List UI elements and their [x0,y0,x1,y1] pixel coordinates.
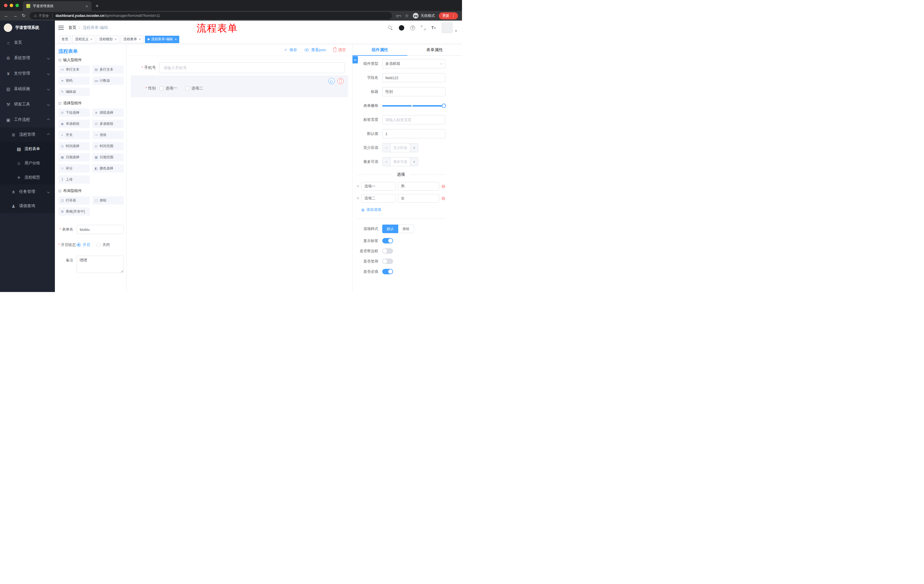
new-tab-button[interactable] [96,3,99,8]
panel-handle[interactable] [353,56,358,63]
remark-textarea[interactable]: 嘿嘿 [77,256,124,273]
palette-item-select[interactable]: 下拉选择 [58,109,90,117]
reload-icon[interactable] [22,13,25,18]
sidebar-item-task-manage[interactable]: 任务管理 [0,184,55,199]
required-toggle[interactable] [382,269,393,274]
remove-option-icon[interactable] [441,196,446,201]
palette-item-slider[interactable]: 滑块 [92,131,124,139]
palette-item-color-picker[interactable]: 颜色选择 [92,164,124,173]
sidebar-item-infrastructure[interactable]: 基础设施 [0,81,55,97]
breadcrumb-home[interactable]: 首页 [68,25,76,30]
copy-component-button[interactable] [328,78,335,84]
palette-item-switch[interactable]: 开关 [58,131,90,139]
close-icon[interactable] [139,38,141,41]
sidebar-item-user-group[interactable]: 用户分组 [0,156,55,170]
default-value-input[interactable] [382,129,446,138]
sidebar-item-leave-query[interactable]: 请假查询 [0,199,55,213]
option-style-button-button[interactable]: 按钮 [398,225,414,233]
fullscreen-icon[interactable] [421,26,426,30]
status-on-radio[interactable]: 开启 [77,240,90,249]
palette-item-multi-line-text[interactable]: 多行文本 [92,66,124,74]
close-icon[interactable] [90,38,92,41]
option-value-input[interactable] [398,182,439,191]
border-toggle[interactable] [382,248,393,254]
phone-input[interactable] [159,62,345,73]
password-key-icon[interactable] [396,14,401,17]
gender-option1-checkbox[interactable]: 选项一 [159,84,177,92]
palette-item-single-line-text[interactable]: 单行文本 [58,66,90,74]
status-off-radio[interactable]: 关闭 [96,240,110,249]
decrease-button[interactable] [383,143,391,152]
gender-option2-checkbox[interactable]: 选项二 [185,84,203,92]
palette-item-time-range[interactable]: 时间范围 [92,142,124,150]
minimize-window-button[interactable] [10,4,13,7]
increase-button[interactable] [410,158,418,166]
disabled-toggle[interactable] [382,258,393,264]
avatar[interactable] [442,22,452,33]
sidebar-item-process-model[interactable]: 流程模型 [0,170,55,184]
clear-button[interactable]: 清空 [333,48,346,53]
palette-item-button[interactable]: 按钮 [92,196,124,204]
update-button[interactable]: 更新 [439,12,458,20]
palette-item-rate[interactable]: 评分 [58,164,90,173]
field-name-input[interactable] [382,73,446,82]
view-json-button[interactable]: 查看json [304,48,326,53]
palette-item-checkbox-group[interactable]: 多选框组 [92,120,124,128]
palette-item-date-range[interactable]: 日期范围 [92,153,124,161]
palette-item-counter[interactable]: 计数器 [92,77,124,85]
github-icon[interactable] [399,25,404,31]
phone-field[interactable]: 手机号 [130,62,348,73]
sidebar-item-process-form[interactable]: 流程表单 [0,142,55,156]
zoom-window-button[interactable] [15,4,19,7]
chevron-down-icon[interactable] [455,29,457,33]
close-window-button[interactable] [4,4,7,7]
palette-item-editor[interactable]: 编辑器 [58,88,90,96]
forward-icon[interactable] [13,13,17,18]
option-label-input[interactable] [361,182,396,191]
show-label-toggle[interactable] [382,238,393,243]
sidebar-item-workflow[interactable]: 工作流程 [0,112,55,127]
kebab-menu-icon[interactable] [452,14,455,18]
remove-option-icon[interactable] [441,184,446,189]
title-input[interactable] [382,87,446,96]
tag-process-form-edit[interactable]: 流程表单-编辑 [145,36,180,43]
label-width-input[interactable] [382,115,446,124]
form-name-input[interactable] [77,225,124,234]
add-option-button[interactable]: 添加选项 [361,207,381,212]
close-icon[interactable] [115,38,117,41]
option-style-default-button[interactable]: 默认 [382,225,398,233]
search-icon[interactable] [388,25,393,30]
component-type-select[interactable]: 多选框组 [382,59,446,68]
sidebar-item-dev-tools[interactable]: 研发工具 [0,97,55,112]
selected-component-gender[interactable]: 性别 选项一 选项二 [130,76,348,97]
tag-process-definition[interactable]: 流程定义 [72,36,95,43]
tag-process-form[interactable]: 流程表单 [120,36,144,43]
tab-form-props[interactable]: 表单属性 [408,44,462,56]
palette-item-date-picker[interactable]: 日期选择 [58,153,90,161]
palette-item-table[interactable]: 表格[开发中] [58,207,90,216]
browser-tab[interactable]: 芋道管理系统 [23,1,91,11]
font-size-icon[interactable] [431,26,436,30]
palette-item-password[interactable]: 密码 [58,77,90,85]
tab-component-props[interactable]: 组件属性 [353,44,408,56]
tag-process-model[interactable]: 流程模型 [97,36,119,43]
palette-item-row-container[interactable]: 行容器 [58,196,90,204]
palette-item-time-picker[interactable]: 时间选择 [58,142,90,150]
back-icon[interactable] [4,13,8,18]
sidebar-item-system-manage[interactable]: 系统管理 [0,50,55,66]
option-value-input[interactable] [398,194,439,202]
min-select-input[interactable] [391,143,410,152]
drag-handle-icon[interactable] [356,196,359,201]
sidebar-item-payment-manage[interactable]: 支付管理 [0,66,55,81]
increase-button[interactable] [410,143,418,152]
palette-item-cascader[interactable]: 级联选择 [92,109,124,117]
tab-close-icon[interactable] [86,4,88,8]
sidebar-toggle-icon[interactable] [58,26,64,30]
form-grid-slider[interactable] [382,101,446,110]
bookmark-star-icon[interactable] [405,13,409,18]
delete-component-button[interactable] [337,78,344,84]
slider-knob[interactable] [442,104,446,108]
security-status[interactable]: 不安全 [34,13,53,18]
sidebar-item-process-manage[interactable]: 流程管理 [0,127,55,142]
decrease-button[interactable] [383,158,391,166]
